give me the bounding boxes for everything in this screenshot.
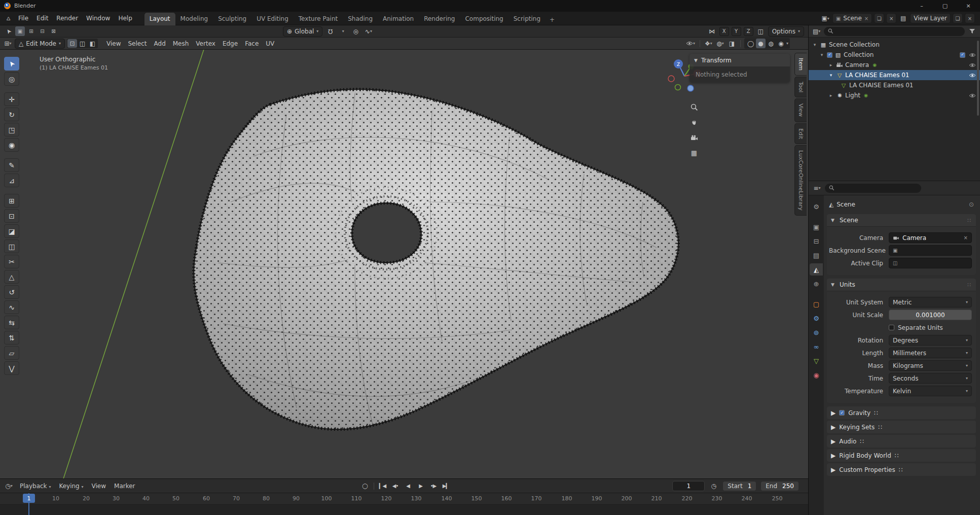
active-tool-icon[interactable]: ➤: [4, 26, 14, 36]
units-panel-header[interactable]: ▼ Units ∷: [827, 279, 976, 291]
outliner-search-input[interactable]: [824, 27, 965, 36]
outliner-row-light[interactable]: ▸ ✺ Light ◉: [809, 90, 980, 100]
mode-dropdown[interactable]: △ Edit Mode ▾: [15, 39, 65, 49]
workspace-tab[interactable]: Sculpting: [213, 13, 251, 25]
frame-end-field[interactable]: End250: [760, 481, 799, 491]
keying-sets-panel-header[interactable]: ▶ Keying Sets ∷: [827, 421, 976, 433]
timeline-ruler[interactable]: 10 20 30 40 50 60 70 80 90 100 110 120 1…: [0, 493, 808, 505]
sidebar-tab-luxcore[interactable]: LuxCoreOnlineLibrary: [794, 145, 807, 216]
workspace-tab[interactable]: UV Editing: [251, 13, 294, 25]
menu-face[interactable]: Face: [241, 39, 262, 49]
workspace-tab[interactable]: Modeling: [175, 13, 213, 25]
workspace-tab[interactable]: Rendering: [419, 13, 460, 25]
sidebar-tab-item[interactable]: Item: [794, 53, 807, 76]
outliner-row-collection[interactable]: ▾ ✓ ▧ Collection ✓: [809, 50, 980, 60]
mirror-z-button[interactable]: Z: [744, 27, 753, 36]
disclosure-triangle-icon[interactable]: ▾: [812, 42, 818, 47]
scene-selector[interactable]: ▣ Scene ×: [832, 13, 872, 23]
panel-collapse-icon[interactable]: ▼: [694, 58, 698, 63]
disclosure-triangle-icon[interactable]: ▾: [819, 52, 825, 57]
tool-rip-region-button[interactable]: ⋁: [4, 361, 19, 375]
tool-select-box-button[interactable]: ➤: [4, 57, 19, 71]
select-mode-new-button[interactable]: ▣: [15, 26, 25, 36]
material-shading-button[interactable]: ◍: [766, 39, 776, 48]
delete-scene-button[interactable]: ×: [886, 13, 896, 23]
rigid-body-world-panel-header[interactable]: ▶ Rigid Body World ∷: [827, 449, 976, 462]
workspace-tab[interactable]: Layout: [144, 13, 175, 25]
tool-inset-faces-button[interactable]: ⊡: [4, 209, 19, 223]
menu-playback[interactable]: Playback ▾: [16, 480, 55, 492]
menu-help[interactable]: Help: [114, 13, 136, 24]
camera-view-icon[interactable]: [688, 132, 700, 143]
disclosure-triangle-icon[interactable]: ▾: [828, 73, 834, 78]
tab-modifiers[interactable]: ⚙: [810, 312, 823, 324]
gravity-panel-header[interactable]: ▶ ✓ Gravity ∷: [827, 406, 976, 419]
transform-panel-header[interactable]: ▼ Transform: [689, 54, 790, 66]
filter-icon[interactable]: [967, 26, 977, 36]
tool-transform-button[interactable]: ◉: [4, 138, 19, 152]
tool-bevel-button[interactable]: ◪: [4, 224, 19, 238]
close-button[interactable]: ×: [957, 0, 980, 12]
auto-key-record-button[interactable]: ◯: [359, 481, 371, 491]
gizmos-dropdown[interactable]: ❖▾: [704, 39, 713, 48]
proportional-falloff-dropdown[interactable]: ∿▾: [364, 26, 373, 36]
tool-cursor-button[interactable]: ◎: [4, 72, 19, 86]
active-clip-field[interactable]: ◫: [889, 258, 972, 268]
remove-view-layer-button[interactable]: ×: [965, 13, 975, 23]
properties-editor-type-dropdown[interactable]: ≡▾: [812, 183, 822, 193]
object-visibility-dropdown[interactable]: ▾: [685, 39, 696, 48]
jump-to-end-button[interactable]: ▶▎: [441, 481, 452, 491]
menu-marker[interactable]: Marker: [110, 480, 139, 492]
tool-loop-cut-button[interactable]: ◫: [4, 239, 19, 253]
maximize-button[interactable]: ▢: [933, 0, 957, 12]
snap-toggle-button[interactable]: Ω: [325, 26, 335, 36]
menu-vertex[interactable]: Vertex: [192, 39, 219, 49]
mass-dropdown[interactable]: Kilograms▾: [889, 360, 972, 371]
mirror-y-button[interactable]: Y: [732, 27, 741, 36]
menu-render[interactable]: Render: [52, 13, 82, 24]
outliner-editor-type-dropdown[interactable]: ▤▾: [812, 26, 821, 36]
current-frame-field[interactable]: 1: [672, 481, 705, 491]
tool-edge-slide-button[interactable]: ⇆: [4, 316, 19, 329]
sidebar-tab-view[interactable]: View: [794, 98, 807, 122]
select-mode-subtract-button[interactable]: ⊟: [38, 26, 47, 36]
sidebar-tab-edit[interactable]: Edit: [794, 123, 807, 144]
tab-output[interactable]: ⊟: [810, 235, 823, 247]
ortho-grid-icon[interactable]: ▦: [688, 147, 700, 158]
minimize-button[interactable]: –: [910, 0, 933, 12]
pan-hand-icon[interactable]: [688, 117, 700, 128]
mirror-x-button[interactable]: X: [719, 27, 729, 36]
clear-icon[interactable]: ×: [964, 235, 968, 241]
tool-extrude-region-button[interactable]: ⊞: [4, 194, 19, 208]
tool-move-button[interactable]: ✛: [4, 92, 19, 106]
play-button[interactable]: ▶: [415, 481, 426, 491]
tool-measure-button[interactable]: ⊿: [4, 174, 19, 187]
unlink-scene-icon[interactable]: ×: [864, 16, 868, 21]
tab-world[interactable]: ⊕: [810, 278, 823, 290]
editor-type-dropdown[interactable]: ⊞▾: [3, 39, 13, 48]
time-dropdown[interactable]: Seconds▾: [889, 373, 972, 384]
properties-search-input[interactable]: [825, 184, 921, 193]
snap-settings-dropdown[interactable]: ▾: [338, 26, 348, 36]
xray-toggle-button[interactable]: ◨: [727, 39, 737, 48]
shading-dropdown-icon[interactable]: ▾: [786, 41, 788, 46]
menu-select[interactable]: Select: [124, 39, 150, 49]
outliner-row-la-chaise-mesh-data[interactable]: ▽ LA CHAISE Eames 01: [809, 80, 980, 90]
tab-object-data[interactable]: ▽: [810, 355, 823, 367]
separate-units-checkbox[interactable]: [889, 325, 894, 330]
collection-selectable-checkbox[interactable]: ✓: [960, 52, 965, 58]
unit-scale-field[interactable]: 0.001000: [889, 310, 972, 320]
length-dropdown[interactable]: Millimeters▾: [889, 348, 972, 358]
hide-eye-icon[interactable]: [969, 63, 976, 67]
temperature-dropdown[interactable]: Kelvin▾: [889, 386, 972, 396]
solid-shading-button[interactable]: ●: [756, 39, 766, 48]
tool-scale-button[interactable]: ◳: [4, 123, 19, 136]
tool-shear-button[interactable]: ▱: [4, 346, 19, 360]
transform-orientation-dropdown[interactable]: ⊕ Global ▾: [283, 26, 322, 37]
new-view-layer-button[interactable]: ❏: [953, 13, 963, 23]
tab-render[interactable]: ▣: [810, 221, 823, 233]
tab-constraints[interactable]: ∞: [810, 340, 823, 353]
tool-smooth-button[interactable]: ∿: [4, 300, 19, 314]
frame-start-field[interactable]: Start1: [722, 481, 756, 491]
background-scene-field[interactable]: ▣: [889, 245, 972, 256]
